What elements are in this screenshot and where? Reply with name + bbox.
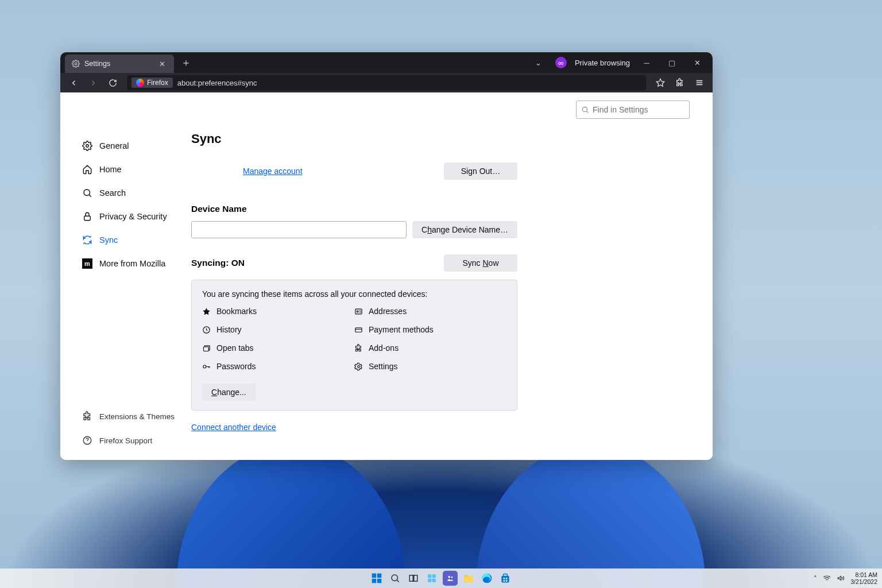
bookmark-star-icon[interactable] [652,74,669,91]
home-icon [82,164,92,175]
svg-rect-3 [84,216,91,220]
tabs-dropdown-icon[interactable]: ⌄ [530,54,547,71]
close-window-button[interactable]: ✕ [688,54,706,71]
firefox-window: Settings ✕ ＋ ⌄ ∞ Private browsing ─ ▢ ✕ … [60,52,713,460]
forward-button[interactable] [84,74,102,91]
widgets-icon[interactable] [424,571,439,586]
firefox-logo-icon [136,79,144,87]
url-bar[interactable]: Firefox about:preferences#sync [127,75,646,90]
edge-icon[interactable] [479,571,494,586]
sync-items-box: You are syncing these items across all y… [191,280,517,411]
sidebar-item-general[interactable]: General [82,134,191,157]
volume-icon[interactable] [837,574,845,582]
svg-rect-23 [432,579,436,582]
svg-rect-18 [409,575,413,582]
new-tab-button[interactable]: ＋ [177,54,195,71]
gear-icon [82,141,92,151]
maximize-button[interactable]: ▢ [663,54,680,71]
change-sync-items-button[interactable]: Change... [202,384,256,401]
close-tab-button[interactable]: ✕ [157,59,167,69]
minimize-button[interactable]: ─ [638,54,655,71]
puzzle-icon [82,411,92,421]
svg-point-11 [203,365,206,368]
sync-item-payment: Payment methods [354,325,506,334]
svg-rect-10 [204,347,209,351]
svg-rect-14 [377,574,382,578]
sidebar-item-search[interactable]: Search [82,181,191,204]
star-icon [202,307,211,316]
svg-rect-13 [372,574,377,578]
connect-device-link[interactable]: Connect another device [191,423,276,432]
svg-point-1 [86,144,89,147]
manage-account-link[interactable]: Manage account [243,167,303,176]
task-view-icon[interactable] [406,571,421,586]
sync-item-history: History [202,325,354,334]
sidebar-extensions-themes[interactable]: Extensions & Themes [82,407,191,425]
sync-item-addons: Add-ons [354,343,506,353]
sync-item-settings: Settings [354,362,506,371]
taskbar-search-icon[interactable] [388,571,403,586]
gear-icon [72,60,80,68]
toolbar: Firefox about:preferences#sync [60,73,713,92]
card-icon [354,326,363,334]
lock-icon [82,211,92,222]
device-name-title: Device Name [191,204,517,214]
sidebar-item-privacy[interactable]: Privacy & Security [82,204,191,228]
teams-icon[interactable] [443,571,458,586]
tray-chevron-icon[interactable]: ˄ [814,575,817,582]
svg-rect-20 [428,574,431,578]
svg-point-0 [75,63,77,65]
app-menu-icon[interactable] [691,74,708,91]
wifi-icon[interactable] [823,574,831,582]
sync-description: You are syncing these items across all y… [202,289,506,299]
svg-point-7 [357,311,358,312]
svg-rect-16 [377,579,382,583]
sign-out-button[interactable]: Sign Out… [444,163,517,180]
start-button[interactable] [369,571,384,586]
sidebar-firefox-support[interactable]: Firefox Support [82,431,191,450]
sync-now-button[interactable]: Sync Now [444,254,517,272]
puzzle-icon [354,344,363,353]
tab-bar: Settings ✕ ＋ ⌄ ∞ Private browsing ─ ▢ ✕ [60,52,713,73]
settings-search-input[interactable]: Find in Settings [576,100,690,119]
tab-settings[interactable]: Settings ✕ [65,55,174,73]
mozilla-icon: m [82,258,92,269]
help-icon [82,435,92,446]
syncing-status: Syncing: ON [191,258,245,268]
store-icon[interactable] [498,571,513,586]
svg-point-17 [392,575,398,581]
sync-item-addresses: Addresses [354,307,506,316]
device-name-input[interactable] [191,221,407,238]
settings-sidebar: General Home Search Privacy & Security S… [60,92,191,460]
private-browsing-icon: ∞ [555,57,567,68]
sidebar-item-home[interactable]: Home [82,157,191,181]
taskbar-clock[interactable]: 8:01 AM 3/21/2022 [850,571,877,585]
sync-item-passwords: Passwords [202,362,354,371]
sync-item-bookmarks: Bookmarks [202,307,354,316]
reload-button[interactable] [104,74,121,91]
extensions-icon[interactable] [671,74,688,91]
back-button[interactable] [65,74,82,91]
search-icon [581,106,589,114]
address-icon [354,307,363,316]
sidebar-item-sync[interactable]: Sync [82,228,191,252]
firefox-chip: Firefox [131,78,173,88]
explorer-icon[interactable] [461,571,476,586]
svg-point-25 [451,577,453,578]
windows-taskbar[interactable]: ˄ 8:01 AM 3/21/2022 [0,568,882,588]
svg-rect-15 [372,579,377,583]
tab-label: Settings [84,60,110,68]
sync-icon [82,235,92,245]
svg-rect-19 [414,575,417,582]
tabs-icon [202,344,211,353]
svg-rect-28 [504,578,505,579]
svg-rect-27 [501,576,509,583]
change-device-name-button[interactable]: Change Device Name… [412,221,517,238]
svg-rect-9 [355,327,362,332]
svg-point-5 [582,107,587,111]
sidebar-item-more-mozilla[interactable]: m More from Mozilla [82,252,191,275]
svg-point-24 [448,576,451,578]
clock-icon [202,326,211,334]
key-icon [202,362,211,371]
gear-icon [354,362,363,371]
